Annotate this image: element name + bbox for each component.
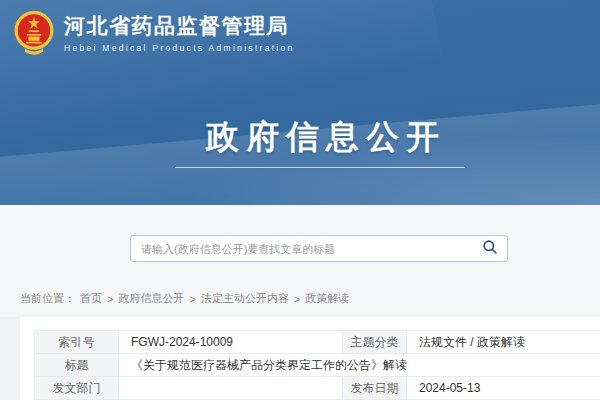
breadcrumb-separator: > [189,293,195,305]
table-row: 发文部门 发布日期 2024-05-13 [35,377,600,400]
publish-date-value: 2024-05-13 [407,377,600,400]
issuing-department-value [119,377,343,400]
breadcrumb-item-gov-info[interactable]: 政府信息公开 [118,291,184,306]
search-box [130,235,508,262]
document-meta-table: 索引号 FGWJ-2024-10009 主题分类 法规文件 / 政策解读 标题 … [34,330,600,400]
index-number-label: 索引号 [35,331,119,354]
site-title: 河北省药品监督管理局 [64,13,295,38]
banner-underline [175,167,465,168]
search-button[interactable] [482,239,507,258]
breadcrumb-item-home[interactable]: 首页 [80,291,102,306]
site-title-group: 河北省药品监督管理局 Hebei Medical Products Admini… [64,13,295,52]
issuing-department-label: 发文部门 [35,377,119,400]
breadcrumb-separator: > [107,293,113,305]
topic-category-value: 法规文件 / 政策解读 [407,331,600,354]
breadcrumb: 当前位置： 首页 > 政府信息公开 > 法定主动公开内容 > 政策解读 [20,291,349,306]
title-value: 《关于规范医疗器械产品分类界定工作的公告》解读 [119,354,600,377]
search-input[interactable] [131,243,482,255]
page: 河北省药品监督管理局 Hebei Medical Products Admini… [0,0,600,400]
table-row: 索引号 FGWJ-2024-10009 主题分类 法规文件 / 政策解读 [35,331,600,354]
topic-category-label: 主题分类 [343,331,407,354]
table-row: 标题 《关于规范医疗器械产品分类界定工作的公告》解读 [35,354,600,377]
breadcrumb-label: 当前位置： [20,291,75,306]
search-icon [482,239,498,258]
content-card: 索引号 FGWJ-2024-10009 主题分类 法规文件 / 政策解读 标题 … [20,317,600,400]
publish-date-label: 发布日期 [343,377,407,400]
breadcrumb-item-statutory-disclosure[interactable]: 法定主动公开内容 [201,291,289,306]
breadcrumb-item-policy-interpretation[interactable]: 政策解读 [305,291,349,306]
breadcrumb-separator: > [294,293,300,305]
china-national-emblem-icon [13,9,55,57]
site-subtitle: Hebei Medical Products Administration [64,43,295,53]
site-logo[interactable]: 河北省药品监督管理局 Hebei Medical Products Admini… [13,9,295,57]
site-header: 河北省药品监督管理局 Hebei Medical Products Admini… [0,0,600,205]
index-number-value: FGWJ-2024-10009 [119,331,343,354]
page-banner-title: 政府信息公开 [26,115,600,160]
title-label: 标题 [35,354,119,377]
